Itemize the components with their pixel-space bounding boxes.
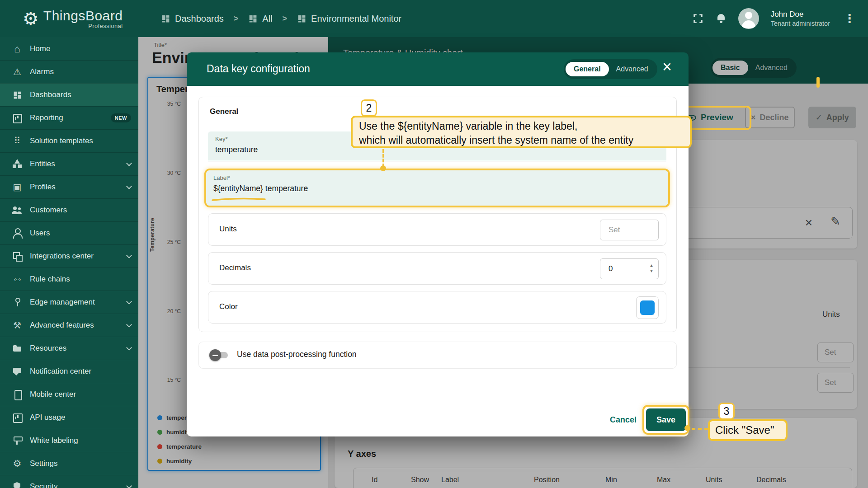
sidebar-item-label: Edge management <box>30 298 95 307</box>
color-picker-button[interactable] <box>636 296 659 319</box>
key-field-label: Key* <box>215 136 227 142</box>
sidebar-item-label: Reporting <box>30 113 63 122</box>
notification-center-icon <box>12 366 23 377</box>
sidebar-item-label: Home <box>30 44 50 53</box>
integrations-icon <box>12 251 23 262</box>
sidebar-item-label: Solution templates <box>30 136 93 145</box>
sidebar-item-customers[interactable]: Customers <box>0 198 138 221</box>
avatar[interactable] <box>738 8 759 29</box>
toggle-thumb <box>209 349 221 361</box>
brand-logo[interactable]: ⚙ ThingsBoard Professional <box>0 8 138 29</box>
breadcrumb-all[interactable]: All <box>248 14 272 24</box>
entities-icon <box>12 159 23 169</box>
decimals-row: Decimals ▴▾ <box>208 252 666 285</box>
sidebar-item-entities[interactable]: Entities <box>0 152 138 175</box>
sidebar-item-alarms[interactable]: Alarms <box>0 60 138 83</box>
api-usage-icon <box>12 412 23 423</box>
breadcrumb-label: Dashboards <box>175 14 224 24</box>
white-labeling-icon <box>12 435 23 446</box>
sidebar-item-label: Integrations center <box>30 252 94 261</box>
sidebar-item-integrations-center[interactable]: Integrations center <box>0 244 138 267</box>
sidebar-item-advanced-features[interactable]: Advanced features <box>0 314 138 337</box>
thingsboard-app: ⚙ ThingsBoard Professional Dashboards > … <box>0 0 868 488</box>
units-row: Units <box>208 213 666 246</box>
brand-edition: Professional <box>43 23 123 29</box>
sidebar-item-mobile-center[interactable]: Mobile center <box>0 383 138 406</box>
sidebar-item-rule-chains[interactable]: Rule chains <box>0 267 138 291</box>
chevron-down-icon <box>126 183 132 189</box>
topbar: ⚙ ThingsBoard Professional Dashboards > … <box>0 0 868 37</box>
sidebar-item-label: Rule chains <box>30 275 70 284</box>
user-name: John Doe <box>771 9 830 19</box>
color-row: Color <box>208 291 666 324</box>
breadcrumb-dashboards[interactable]: Dashboards <box>161 14 224 24</box>
advanced-features-icon <box>12 320 23 331</box>
close-icon[interactable]: × <box>662 59 672 75</box>
step-3-badge: 3 <box>718 403 735 420</box>
fullscreen-icon[interactable] <box>692 13 704 24</box>
data-key-configuration-dialog: Data key configuration General Advanced … <box>187 52 689 436</box>
label-field-highlight: Label* <box>204 169 670 207</box>
sidebar-item-security[interactable]: Security <box>0 475 138 488</box>
resources-icon <box>12 343 23 354</box>
chevron-down-icon <box>126 345 132 351</box>
save-button[interactable]: Save <box>646 408 686 431</box>
home-icon <box>12 43 23 54</box>
sidebar-item-label: Users <box>30 229 50 238</box>
sidebar-item-dashboards[interactable]: Dashboards <box>0 83 138 106</box>
user-info[interactable]: John Doe Tenant administrator <box>771 9 830 28</box>
sidebar-item-label: Notification center <box>30 367 91 376</box>
step-3-connector-dot <box>684 425 690 431</box>
units-input[interactable] <box>600 220 659 240</box>
step-2-tooltip: Use the ${entityName} variable in the ke… <box>351 116 692 148</box>
sidebar-item-users[interactable]: Users <box>0 221 138 244</box>
reporting-icon <box>12 113 23 123</box>
user-role: Tenant administrator <box>771 19 830 28</box>
label-field[interactable]: Label* <box>206 170 668 206</box>
decimals-stepper[interactable]: ▴▾ <box>600 258 659 279</box>
brand-name: ThingsBoard <box>43 8 123 23</box>
sidebar-item-label: Customers <box>30 206 67 215</box>
post-processing-toggle[interactable] <box>211 352 228 358</box>
step-3-connector-line <box>692 428 708 430</box>
sidebar-item-solution-templates[interactable]: Solution templates <box>0 129 138 152</box>
dashboard-grid-icon <box>297 14 307 23</box>
breadcrumb-label: All <box>262 14 272 24</box>
tab-general[interactable]: General <box>566 62 609 76</box>
step-3-tooltip: Click "Save" <box>708 419 788 441</box>
breadcrumb-separator: > <box>234 14 239 23</box>
decimals-input-field[interactable] <box>600 259 632 279</box>
sidebar-item-white-labeling[interactable]: White labeling <box>0 429 138 452</box>
chevron-down-icon <box>126 299 132 305</box>
sidebar-item-settings[interactable]: Settings <box>0 452 138 475</box>
sidebar-item-notification-center[interactable]: Notification center <box>0 360 138 383</box>
step-2-connector-line <box>382 149 384 167</box>
label-input[interactable] <box>213 184 629 193</box>
kebab-menu-icon[interactable]: ⋮ <box>842 12 857 26</box>
profiles-icon <box>12 182 23 192</box>
sidebar-item-label: Mobile center <box>30 390 76 399</box>
chevron-down-icon <box>126 160 132 166</box>
sidebar-item-label: Alarms <box>30 67 54 76</box>
breadcrumb-current[interactable]: Environmental Monitor <box>297 14 401 24</box>
sidebar-item-edge-management[interactable]: Edge management <box>0 291 138 314</box>
sidebar-item-label: Advanced features <box>30 321 94 330</box>
mobile-center-icon <box>12 389 23 400</box>
color-label: Color <box>219 302 238 311</box>
notifications-bell-icon[interactable] <box>716 13 726 24</box>
color-swatch <box>640 300 655 315</box>
tab-advanced[interactable]: Advanced <box>609 62 656 76</box>
step-2-connector-dot <box>380 165 386 171</box>
units-label: Units <box>219 225 237 234</box>
sidebar-item-label: Entities <box>30 160 55 169</box>
sidebar-item-home[interactable]: Home <box>0 37 138 60</box>
stepper-arrows-icon[interactable]: ▴▾ <box>650 263 653 273</box>
sidebar-item-reporting[interactable]: ReportingNEW <box>0 106 138 129</box>
cancel-button[interactable]: Cancel <box>610 415 637 425</box>
sidebar-item-label: API usage <box>30 413 65 422</box>
sidebar-item-api-usage[interactable]: API usage <box>0 406 138 429</box>
alarms-icon <box>12 66 23 77</box>
sidebar-item-resources[interactable]: Resources <box>0 337 138 360</box>
units-input-field[interactable] <box>600 220 658 240</box>
sidebar-item-profiles[interactable]: Profiles <box>0 175 138 198</box>
